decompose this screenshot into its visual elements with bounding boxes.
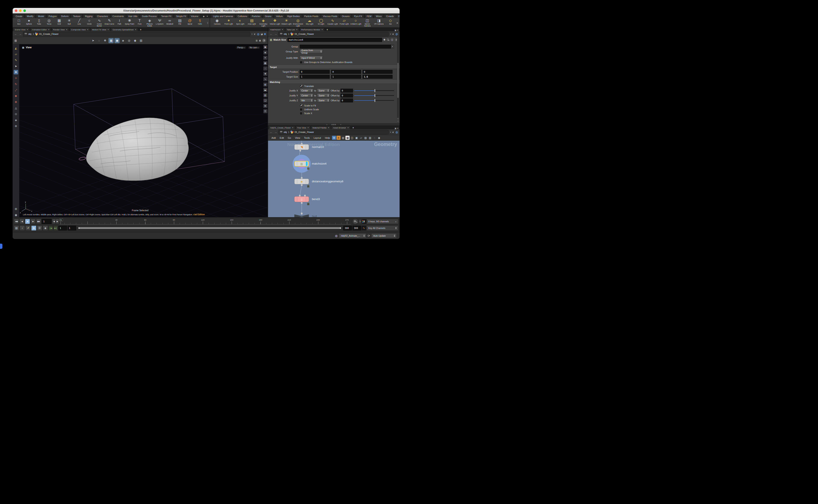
add-pane-tab-button[interactable]: + <box>351 126 356 129</box>
target-size-y-input[interactable]: 1 <box>331 75 361 79</box>
shelf-tool[interactable]: ∿ Caustic Light <box>327 18 338 27</box>
viewport-3d-scene[interactable]: yxz <box>19 44 268 217</box>
target-position-x-input[interactable]: 0 <box>300 70 330 74</box>
uv-tool-icon[interactable]: ▱ <box>14 52 18 56</box>
shelf-tab[interactable]: Rigging <box>83 14 95 18</box>
shelf-tab[interactable]: Volume <box>189 14 200 18</box>
close-tab-icon[interactable]: ✕ <box>135 28 136 31</box>
viewport-3d[interactable]: yxz ◭ ▱ ✎ ➤ ✥ ✛ <box>13 44 268 217</box>
go-to-start-button[interactable]: ◀◀ <box>14 219 19 224</box>
pane-single-icon[interactable]: ▥ <box>256 39 258 42</box>
group-input[interactable] <box>300 45 391 49</box>
panel-icon[interactable]: ◪ <box>261 33 263 35</box>
forward-icon[interactable]: → <box>274 131 278 134</box>
pane-tab[interactable]: Motion FX View✕ <box>90 28 111 31</box>
pose-tool-icon[interactable]: ✱ <box>14 94 18 98</box>
secure-selection-icon[interactable]: ◉ <box>14 213 18 217</box>
shelf-tool[interactable]: ◉ Camera <box>212 18 223 27</box>
set-key-button[interactable] <box>352 218 358 224</box>
camera-menu-button[interactable]: No cam ▾ <box>248 46 260 49</box>
close-tab-icon[interactable]: ✕ <box>108 28 109 31</box>
tick-display-button[interactable]: ☰ <box>37 225 42 231</box>
close-tab-icon[interactable]: ✕ <box>328 126 329 130</box>
rotate-tool-icon[interactable]: ↻ <box>14 82 18 86</box>
translate-checkbox[interactable] <box>300 85 303 88</box>
pane-tab[interactable]: Composite View✕ <box>69 28 90 31</box>
shelf-scroll-right-icon[interactable]: ▶ <box>397 22 399 24</box>
collapse-down-icon[interactable]: ▼ <box>340 124 341 125</box>
chevron-down-icon[interactable]: ▾ <box>397 127 398 129</box>
shelf-tool[interactable]: ○ Circle <box>84 18 94 27</box>
display-points-icon[interactable]: ∴ <box>263 66 268 71</box>
chevron-down-icon[interactable]: ▾ <box>390 131 391 133</box>
transform-handles-icon[interactable]: ✥ <box>102 38 108 43</box>
keys-info-box[interactable]: 0 keys, 0/0 channels▲ <box>367 219 398 224</box>
network-graph[interactable]: Non-Commercial Edition Geometry <box>268 141 400 217</box>
scrub-options-button[interactable]: ◈ <box>43 225 48 231</box>
justify-with-select[interactable]: Input If Wired <box>300 56 323 60</box>
close-tab-icon[interactable]: ✕ <box>87 28 88 31</box>
group-dropdown-icon[interactable]: ▾ <box>391 44 394 49</box>
shelf-tab[interactable]: Modify <box>25 14 36 18</box>
digital-asset-icon[interactable]: ▥ <box>368 136 372 140</box>
shelf-tool[interactable]: ● Sphere <box>24 18 34 27</box>
shelf-tab[interactable]: Oceans <box>340 14 352 18</box>
breadcrumb[interactable]: obj ❯ 01_Create_Flower <box>278 130 389 134</box>
back-icon[interactable]: ← <box>269 131 273 134</box>
visibility-icon[interactable]: ◉ <box>377 136 381 140</box>
playbar-display-options-button[interactable]: ▤ <box>14 225 19 231</box>
sticky-note-icon[interactable]: ▱ <box>359 136 363 140</box>
display-material-icon[interactable]: ◍ <box>263 83 268 87</box>
select-arrow-icon[interactable]: ➤ <box>90 38 96 43</box>
shelf-tab[interactable]: FEM <box>365 14 374 18</box>
offset-input[interactable]: 0 <box>341 89 353 93</box>
breadcrumb[interactable]: obj ❯ 01_Create_Flower <box>23 32 250 36</box>
scale-tool-icon[interactable]: ⤢ <box>14 88 18 92</box>
paint-tool-icon[interactable]: ❋ <box>14 100 18 104</box>
offset-slider[interactable] <box>354 99 394 102</box>
offset-input[interactable]: 0 <box>341 94 353 97</box>
shelf-tool[interactable]: ▦ Grid <box>54 18 64 27</box>
pane-layout-quad-icon[interactable]: ▦ <box>108 38 113 43</box>
forward-icon[interactable]: → <box>18 32 22 36</box>
snapshot-icon[interactable]: ▤ <box>138 38 143 43</box>
shelf-tab[interactable]: Wires <box>374 14 384 18</box>
display-template-icon[interactable]: ▥ <box>263 93 268 97</box>
range-start-sub-input[interactable]: 1 <box>68 226 76 230</box>
shelf-tool[interactable]: ✶ Point Light <box>223 18 235 27</box>
customize-menu-icon[interactable]: ⚙ <box>332 136 336 140</box>
shelf-tab[interactable]: Texture <box>71 14 82 18</box>
menu-item[interactable]: Layout <box>312 137 323 139</box>
shelf-tool[interactable]: ◐ Spot Light <box>235 18 246 27</box>
shelf-tool[interactable]: ✳ Null <box>64 18 74 27</box>
audio-options-button[interactable]: ♪ <box>20 225 25 231</box>
display-normals-icon[interactable]: ✚ <box>263 72 268 76</box>
menu-item[interactable]: Tools <box>302 137 312 139</box>
justify-mode-select[interactable]: Center <box>300 93 313 97</box>
forward-icon[interactable]: → <box>274 32 278 36</box>
offset-input[interactable]: 0 <box>341 99 353 102</box>
pane-layout-single-icon[interactable]: ▣ <box>114 38 119 43</box>
target-size-z-input[interactable]: 1.6 <box>363 75 393 79</box>
shelf-tool[interactable]: ○ Ambient Light <box>350 18 362 27</box>
network-node[interactable]: ◆ distancealonggeometry6 <box>268 179 400 184</box>
pin-icon[interactable]: ➤ <box>391 32 395 36</box>
edit-tool-icon[interactable]: ✎ <box>14 58 18 62</box>
background-image-icon[interactable]: ▨ <box>363 136 368 140</box>
breadcrumb-root[interactable]: obj <box>284 131 287 133</box>
pin-icon[interactable]: ➤ <box>253 32 257 36</box>
justify-match-select[interactable]: Same <box>317 98 330 102</box>
shelf-tab[interactable]: Rigid Bodies <box>285 14 302 18</box>
shelf-tool[interactable]: ∿ Curve Bezier <box>94 18 104 27</box>
listview-icon[interactable]: ▤ <box>341 136 345 140</box>
menu-item[interactable]: Edit <box>278 137 286 139</box>
breadcrumb-root[interactable]: obj <box>284 33 287 35</box>
menu-item[interactable]: Help <box>323 137 332 139</box>
treeview-icon[interactable]: ⋔ <box>337 136 341 140</box>
pane-tab[interactable]: matchsize4✕ <box>269 28 285 31</box>
shelf-tool[interactable]: ◎ Torus <box>44 18 54 27</box>
justify-match-select[interactable]: Same <box>317 93 330 97</box>
back-icon[interactable]: ← <box>269 32 273 36</box>
scroll-down-icon[interactable]: ▼ <box>397 120 399 122</box>
shelf-tab[interactable]: Deform <box>59 14 71 18</box>
